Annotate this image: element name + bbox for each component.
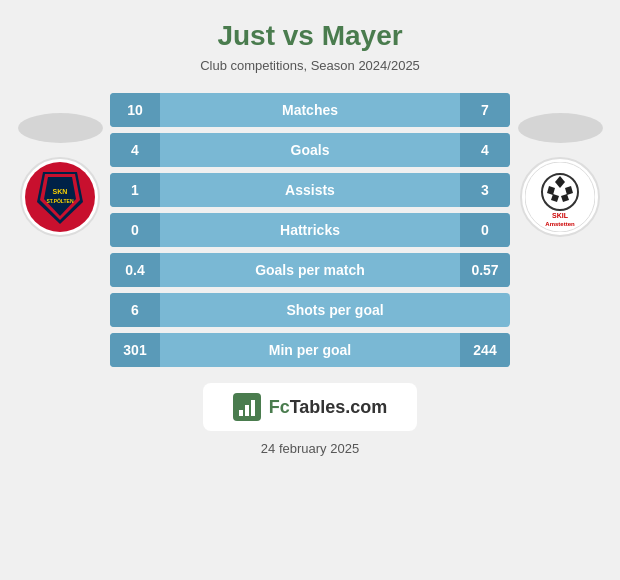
stat-right-value: 7 <box>460 93 510 127</box>
stat-label: Shots per goal <box>160 302 510 318</box>
stat-left-value: 1 <box>110 173 160 207</box>
team-left-top-badge <box>18 113 103 143</box>
stat-left-value: 0 <box>110 213 160 247</box>
fctables-text: FcTables.com <box>269 397 388 418</box>
team-right-top-badge <box>518 113 603 143</box>
stat-right-value: 244 <box>460 333 510 367</box>
stat-row: 6Shots per goal <box>110 293 510 327</box>
stat-right-value: 0 <box>460 213 510 247</box>
stat-left-value: 6 <box>110 293 160 327</box>
team-right-logo: SKIL Amstetten <box>520 157 600 237</box>
stat-label: Assists <box>160 182 460 198</box>
stat-row: 301Min per goal244 <box>110 333 510 367</box>
team-left: SKN ST.PÖLTEN <box>10 93 110 237</box>
svg-rect-15 <box>239 410 243 416</box>
stat-right-value: 3 <box>460 173 510 207</box>
svg-text:SKIL: SKIL <box>552 212 569 219</box>
svg-rect-17 <box>251 400 255 416</box>
svg-text:Amstetten: Amstetten <box>545 221 575 227</box>
stat-row: 0.4Goals per match0.57 <box>110 253 510 287</box>
stat-left-value: 4 <box>110 133 160 167</box>
stat-row: 1Assists3 <box>110 173 510 207</box>
team-left-logo: SKN ST.PÖLTEN <box>20 157 100 237</box>
fctables-icon <box>233 393 261 421</box>
stat-right-value: 4 <box>460 133 510 167</box>
stat-row: 0Hattricks0 <box>110 213 510 247</box>
svg-text:SKN: SKN <box>53 188 68 195</box>
main-container: Just vs Mayer Club competitions, Season … <box>0 0 620 580</box>
stat-label: Goals per match <box>160 262 460 278</box>
stat-row: 10Matches7 <box>110 93 510 127</box>
stat-left-value: 0.4 <box>110 253 160 287</box>
team-right: SKIL Amstetten <box>510 93 610 237</box>
stat-label: Goals <box>160 142 460 158</box>
page-subtitle: Club competitions, Season 2024/2025 <box>200 58 420 73</box>
svg-text:ST.PÖLTEN: ST.PÖLTEN <box>46 198 74 204</box>
stat-left-value: 301 <box>110 333 160 367</box>
stat-label: Hattricks <box>160 222 460 238</box>
svg-rect-16 <box>245 405 249 416</box>
stat-label: Matches <box>160 102 460 118</box>
stat-left-value: 10 <box>110 93 160 127</box>
fctables-banner: FcTables.com <box>203 383 418 431</box>
stat-label: Min per goal <box>160 342 460 358</box>
stat-row: 4Goals4 <box>110 133 510 167</box>
footer-date: 24 february 2025 <box>261 441 359 456</box>
page-title: Just vs Mayer <box>217 20 402 52</box>
stat-right-value: 0.57 <box>460 253 510 287</box>
stats-column: 10Matches74Goals41Assists30Hattricks00.4… <box>110 93 510 367</box>
